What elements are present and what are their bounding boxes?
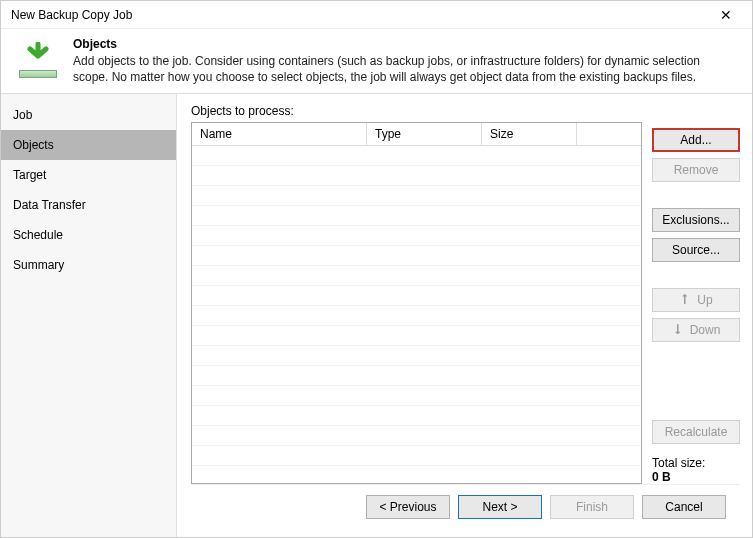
step-data-transfer[interactable]: Data Transfer [1, 190, 176, 220]
down-label: Down [690, 319, 721, 341]
step-target[interactable]: Target [1, 160, 176, 190]
previous-button[interactable]: < Previous [366, 495, 450, 519]
col-type[interactable]: Type [367, 123, 482, 146]
wizard-header: Objects Add objects to the job. Consider… [1, 29, 752, 93]
table-header: Name Type Size [192, 123, 641, 146]
objects-table-wrap: Objects to process: Name Type Size [191, 104, 642, 484]
col-name[interactable]: Name [192, 123, 367, 146]
objects-table[interactable]: Name Type Size [191, 122, 642, 484]
objects-table-label: Objects to process: [191, 104, 642, 118]
header-title: Objects [73, 37, 738, 51]
wizard-body: Job Objects Target Data Transfer Schedul… [1, 93, 752, 537]
action-buttons-column: Add... Remove Exclusions... Source... 🠕 … [652, 104, 740, 484]
col-blank[interactable] [577, 123, 641, 146]
title-bar: New Backup Copy Job ✕ [1, 1, 752, 29]
arrow-down-icon: 🠗 [672, 319, 684, 341]
close-icon[interactable]: ✕ [706, 5, 746, 25]
wizard-steps-sidebar: Job Objects Target Data Transfer Schedul… [1, 94, 177, 537]
step-job[interactable]: Job [1, 100, 176, 130]
remove-button: Remove [652, 158, 740, 182]
step-summary[interactable]: Summary [1, 250, 176, 280]
col-size[interactable]: Size [482, 123, 577, 146]
source-button[interactable]: Source... [652, 238, 740, 262]
add-button[interactable]: Add... [652, 128, 740, 152]
wizard-footer: < Previous Next > Finish Cancel [191, 484, 740, 529]
window-title: New Backup Copy Job [11, 8, 706, 22]
total-size-value: 0 B [652, 470, 740, 484]
table-body-empty [192, 146, 641, 482]
total-size: Total size: 0 B [652, 456, 740, 484]
next-button[interactable]: Next > [458, 495, 542, 519]
total-size-label: Total size: [652, 456, 740, 470]
cancel-button[interactable]: Cancel [642, 495, 726, 519]
up-label: Up [697, 289, 712, 311]
step-objects[interactable]: Objects [1, 130, 176, 160]
exclusions-button[interactable]: Exclusions... [652, 208, 740, 232]
header-text: Objects Add objects to the job. Consider… [73, 37, 738, 85]
up-button: 🠕 Up [652, 288, 740, 312]
objects-step-icon [15, 37, 61, 83]
down-button: 🠗 Down [652, 318, 740, 342]
main-panel: Objects to process: Name Type Size Add..… [177, 94, 752, 537]
header-desc: Add objects to the job. Consider using c… [73, 53, 738, 85]
finish-button: Finish [550, 495, 634, 519]
step-schedule[interactable]: Schedule [1, 220, 176, 250]
recalculate-button: Recalculate [652, 420, 740, 444]
wizard-window: New Backup Copy Job ✕ Objects Add object… [0, 0, 753, 538]
arrow-up-icon: 🠕 [679, 289, 691, 311]
